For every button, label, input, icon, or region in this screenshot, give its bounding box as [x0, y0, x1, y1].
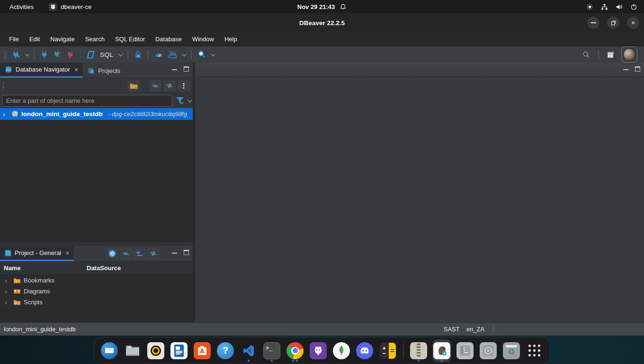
dock-vscode[interactable] — [239, 339, 258, 362]
toolbar-drag-handle[interactable] — [4, 50, 6, 59]
minimize-button[interactable] — [587, 17, 599, 29]
project-row-diagrams[interactable]: › Diagrams — [0, 286, 193, 297]
menu-database[interactable]: Database — [150, 33, 187, 45]
maximize-view-icon[interactable] — [184, 250, 189, 255]
status-drag-handle[interactable] — [492, 326, 494, 333]
system-tray[interactable] — [347, 3, 644, 10]
minimize-view-icon[interactable] — [172, 252, 177, 254]
status-locale[interactable]: en_ZA — [466, 326, 484, 333]
app-indicator[interactable]: dbeaver-ce — [49, 3, 91, 11]
connection-row[interactable]: › london_mini_guide_testdb - dpg-ce2c8i8… — [0, 108, 193, 120]
dock-mongodb[interactable] — [332, 339, 351, 362]
dock-files[interactable] — [123, 339, 142, 362]
navigator-tabbar: Database Navigator × Projects — [0, 63, 193, 78]
expand-icon[interactable]: › — [5, 276, 10, 284]
maximize-view-icon[interactable] — [184, 66, 189, 72]
menu-search[interactable]: Search — [80, 33, 110, 45]
column-name-header[interactable]: Name — [0, 262, 83, 274]
dock-app-grid[interactable] — [525, 339, 544, 362]
close-button[interactable]: × — [627, 17, 639, 29]
task-workbench-button[interactable] — [168, 50, 177, 59]
user-profile-button[interactable] — [621, 46, 637, 63]
dock-settings-box[interactable] — [456, 339, 474, 362]
toolbar-drag-handle[interactable] — [147, 50, 149, 59]
dock-disks[interactable] — [479, 339, 498, 362]
dock-rhythmbox[interactable] — [146, 339, 165, 362]
view-menu-button[interactable]: ⋮ — [178, 80, 190, 91]
dock-dbeaver[interactable] — [432, 339, 451, 362]
activities-button[interactable]: Activities — [7, 2, 36, 11]
toolbar-drag-handle[interactable] — [127, 50, 129, 59]
dock-archive-manager[interactable] — [409, 339, 428, 362]
project-row-bookmarks[interactable]: › Bookmarks — [0, 275, 193, 286]
toolbar-drag-handle[interactable] — [190, 50, 192, 59]
expand-icon[interactable]: › — [3, 110, 9, 118]
menu-window[interactable]: Window — [187, 33, 219, 45]
link-with-editor-button[interactable] — [163, 80, 176, 91]
menu-edit[interactable]: Edit — [24, 33, 45, 45]
search-dropdown[interactable] — [210, 52, 215, 56]
quick-search-icon[interactable] — [582, 51, 590, 59]
column-datasource-header[interactable]: DataSource — [83, 264, 121, 272]
object-filter-input[interactable] — [2, 95, 172, 107]
reconnect-button[interactable] — [53, 50, 62, 59]
sql-dropdown[interactable] — [118, 52, 123, 56]
new-folder-button[interactable] — [127, 80, 140, 91]
database-tree[interactable]: › london_mini_guide_testdb - dpg-ce2c8i8… — [0, 108, 193, 242]
collapse-all-button[interactable] — [120, 248, 132, 259]
expand-icon[interactable]: › — [5, 298, 10, 306]
dashboard-gauge-button[interactable] — [154, 50, 163, 59]
project-icon — [5, 250, 11, 256]
dock-discord[interactable] — [355, 339, 374, 362]
toolbar-drag-handle[interactable] — [598, 50, 599, 59]
configure-columns-button[interactable] — [106, 248, 118, 259]
menu-file[interactable]: File — [4, 33, 24, 45]
new-sql-editor-button[interactable] — [86, 50, 95, 59]
horizontal-sash[interactable] — [0, 242, 193, 246]
main-toolbar: SQL — [0, 46, 644, 63]
new-connection-button[interactable] — [11, 50, 20, 59]
open-perspective-button[interactable] — [607, 50, 616, 59]
panel-drag-handle[interactable] — [2, 82, 4, 90]
menu-help[interactable]: Help — [219, 33, 242, 45]
minimize-view-icon[interactable] — [623, 68, 628, 70]
tab-close-icon[interactable]: × — [74, 66, 78, 73]
filter-funnel-icon[interactable] — [175, 96, 185, 105]
dock-ubuntu-software[interactable]: A — [193, 339, 212, 362]
dock-trash[interactable]: ♻ — [502, 339, 521, 362]
tab-project-general[interactable]: Project - General × — [0, 246, 74, 261]
menu-navigate[interactable]: Navigate — [45, 33, 80, 45]
sql-toolbar-label[interactable]: SQL — [100, 51, 114, 58]
expand-icon[interactable]: › — [5, 287, 10, 295]
expand-all-button[interactable] — [134, 248, 146, 259]
dock-calculator[interactable]: +− = — [378, 339, 397, 362]
menu-sql-editor[interactable]: SQL Editor — [110, 33, 150, 45]
maximize-view-icon[interactable] — [635, 66, 640, 72]
search-db-button[interactable] — [197, 50, 206, 59]
minimize-view-icon[interactable] — [172, 68, 177, 70]
dock-github-desktop[interactable] — [309, 339, 328, 362]
project-row-scripts[interactable]: › Scripts — [0, 297, 193, 308]
status-timezone[interactable]: SAST — [444, 326, 460, 333]
tab-projects[interactable]: Projects — [83, 64, 125, 78]
dock-help[interactable]: ? — [216, 339, 235, 362]
tab-database-navigator[interactable]: Database Navigator × — [0, 63, 83, 78]
dock-terminal[interactable]: >_ — [262, 339, 281, 362]
restore-button[interactable] — [607, 17, 619, 29]
disconnect-button[interactable] — [66, 51, 74, 59]
lock-icon-button[interactable] — [134, 51, 142, 59]
files-icon — [124, 342, 141, 359]
title-bar[interactable]: DBeaver 22.2.5 × — [0, 13, 644, 32]
connect-button[interactable] — [40, 51, 48, 59]
discord-icon — [356, 342, 373, 359]
clock-menu[interactable]: Nov 29 21:43 — [297, 3, 347, 10]
workbench-dropdown[interactable] — [181, 52, 186, 56]
tab-close-icon[interactable]: × — [65, 249, 69, 257]
new-connection-dropdown[interactable] — [25, 52, 30, 56]
collapse-all-button[interactable] — [149, 80, 161, 91]
dock-thunderbird[interactable] — [100, 339, 119, 362]
link-with-editor-button[interactable] — [147, 248, 160, 259]
dock-chrome[interactable] — [286, 339, 304, 362]
dock-libreoffice-writer[interactable] — [170, 339, 188, 362]
filter-dropdown[interactable] — [188, 98, 192, 102]
